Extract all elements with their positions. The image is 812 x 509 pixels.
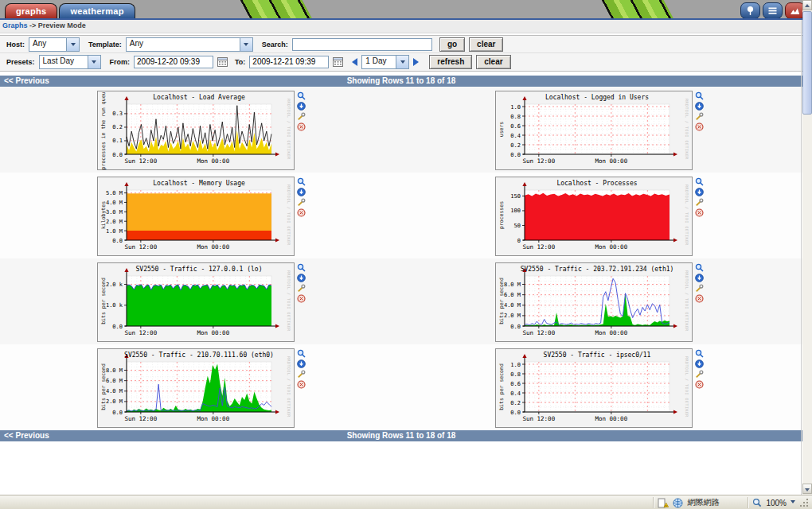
graph-properties-icon[interactable]: [297, 380, 306, 389]
banner-art: [598, 0, 677, 18]
graph-actions: [695, 349, 704, 389]
graph-panel[interactable]: 0.01.0 M2.0 M3.0 M4.0 M5.0 MSun 12:00Mon…: [97, 177, 295, 256]
graph-properties-icon[interactable]: [297, 294, 306, 303]
clear-button[interactable]: clear: [476, 55, 510, 69]
graph-properties-icon[interactable]: [297, 122, 306, 131]
tree-view-button[interactable]: [740, 2, 760, 18]
graph-row: 0.01.0 k2.0 kSun 12:00Mon 00:00SV2550 - …: [0, 258, 802, 344]
zoom-graph-icon[interactable]: [297, 91, 306, 100]
svg-text:Localhost - Load Average: Localhost - Load Average: [153, 94, 245, 101]
vertical-scrollbar[interactable]: [802, 0, 812, 495]
graph-source-icon[interactable]: [297, 370, 306, 379]
from-label: From:: [110, 58, 131, 66]
zoom-level[interactable]: 100%: [766, 499, 787, 507]
graph-properties-icon[interactable]: [297, 208, 306, 217]
zoom-graph-icon[interactable]: [695, 91, 704, 100]
security-zone-label: 網際網路: [687, 497, 719, 508]
scrollbar-thumb[interactable]: [802, 11, 812, 115]
breadcrumb-graphs-link[interactable]: Graphs: [2, 21, 28, 29]
shift-right-icon[interactable]: [413, 58, 419, 66]
globe-icon: [673, 498, 683, 508]
svg-text:50: 50: [514, 223, 521, 229]
graph-panel[interactable]: 0.02.0 M4.0 M6.0 M8.0 MSun 12:00Mon 00:0…: [97, 348, 295, 428]
list-view-button[interactable]: [763, 2, 783, 18]
zoom-graph-icon[interactable]: [695, 263, 704, 272]
svg-text:bits per second: bits per second: [100, 363, 107, 410]
svg-text:6.0 M: 6.0 M: [106, 378, 123, 384]
scroll-down-button[interactable]: [802, 484, 812, 494]
previous-link[interactable]: << Previous: [4, 76, 49, 87]
graph-panel[interactable]: 050100150Sun 12:00Mon 00:00Localhost - P…: [495, 177, 693, 256]
graph-row: 0.02.0 M4.0 M6.0 M8.0 MSun 12:00Mon 00:0…: [0, 344, 802, 430]
preview-view-button[interactable]: [785, 2, 802, 18]
host-select[interactable]: Any: [29, 37, 80, 52]
zoom-graph-icon[interactable]: [297, 349, 306, 358]
graph-source-icon[interactable]: [297, 112, 306, 121]
previous-link[interactable]: << Previous: [4, 430, 49, 441]
svg-text:Mon 00:00: Mon 00:00: [197, 329, 230, 336]
graph-panel[interactable]: 0.00.20.40.60.81.0Sun 12:00Mon 00:00Loca…: [495, 91, 693, 170]
graph-source-icon[interactable]: [695, 370, 704, 379]
svg-text:Sun 12:00: Sun 12:00: [523, 415, 556, 422]
scroll-up-button[interactable]: [802, 0, 812, 10]
graph-source-icon[interactable]: [695, 112, 704, 121]
csv-export-icon[interactable]: [695, 274, 704, 282]
graph-properties-icon[interactable]: [695, 294, 704, 303]
to-input[interactable]: [249, 56, 329, 68]
csv-export-icon[interactable]: [695, 188, 704, 196]
search-input[interactable]: [292, 38, 432, 51]
zoom-graph-icon[interactable]: [297, 263, 306, 272]
graph-properties-icon[interactable]: [695, 208, 704, 217]
graph-cell: 0.00.20.40.60.81.0Sun 12:00Mon 00:00Loca…: [400, 87, 801, 173]
zoom-graph-icon[interactable]: [695, 349, 704, 358]
tab-weathermap[interactable]: weathermap: [59, 3, 135, 18]
csv-export-icon[interactable]: [297, 274, 306, 282]
graph-properties-icon[interactable]: [695, 122, 704, 131]
svg-text:bits per second: bits per second: [498, 363, 505, 410]
clear-button[interactable]: clear: [469, 37, 503, 52]
svg-text:2.0 k: 2.0 k: [106, 282, 123, 288]
svg-text:users: users: [498, 122, 505, 138]
svg-text:0.3: 0.3: [112, 111, 123, 117]
to-calendar-button[interactable]: [333, 56, 343, 67]
graph-source-icon[interactable]: [695, 198, 704, 207]
graph-source-icon[interactable]: [297, 284, 306, 293]
from-calendar-button[interactable]: [217, 56, 228, 67]
go-button[interactable]: go: [439, 37, 465, 52]
refresh-button[interactable]: refresh: [429, 55, 472, 69]
tab-graphs[interactable]: graphs: [5, 3, 57, 18]
calendar-icon: [333, 56, 343, 67]
header-banner: graphs weathermap: [0, 0, 802, 18]
shift-left-icon[interactable]: [352, 58, 357, 66]
svg-text:RRDTOOL / TOBI OETIKER: RRDTOOL / TOBI OETIKER: [685, 270, 689, 332]
csv-export-icon[interactable]: [695, 102, 704, 111]
svg-text:RRDTOOL / TOBI OETIKER: RRDTOOL / TOBI OETIKER: [685, 356, 689, 418]
svg-text:Sun 12:00: Sun 12:00: [523, 329, 556, 336]
csv-export-icon[interactable]: [297, 188, 306, 196]
csv-export-icon[interactable]: [297, 359, 306, 368]
graph-panel[interactable]: 0.01.0 k2.0 kSun 12:00Mon 00:00SV2550 - …: [97, 262, 295, 342]
svg-text:8.0 M: 8.0 M: [106, 367, 123, 374]
arrow-up-icon: [805, 4, 810, 7]
csv-export-icon[interactable]: [297, 102, 306, 111]
graph-panel[interactable]: 0.02.0 M4.0 M6.0 M8.0 MSun 12:00Mon 00:0…: [495, 262, 693, 342]
template-select[interactable]: Any: [126, 37, 253, 52]
graph-source-icon[interactable]: [695, 284, 704, 293]
range-select[interactable]: 1 Day: [361, 55, 409, 69]
presets-select[interactable]: Last Day: [39, 55, 101, 69]
zoom-graph-icon[interactable]: [297, 177, 306, 186]
csv-export-icon[interactable]: [695, 359, 704, 368]
resize-grip[interactable]: [799, 498, 809, 507]
graph-source-icon[interactable]: [297, 198, 306, 207]
graph-panel[interactable]: 0.00.10.20.3Sun 12:00Mon 00:00Localhost …: [97, 91, 295, 170]
svg-text:Localhost - Processes: Localhost - Processes: [556, 180, 637, 187]
graph-panel[interactable]: 0.00.20.40.60.81.0Sun 12:00Mon 00:00SV25…: [495, 348, 693, 428]
zoom-caret-icon[interactable]: [791, 500, 795, 506]
from-input[interactable]: [134, 56, 213, 68]
svg-text:0.4: 0.4: [510, 390, 521, 397]
svg-text:bits per second: bits per second: [498, 278, 505, 324]
graph-properties-icon[interactable]: [695, 380, 704, 389]
zoom-graph-icon[interactable]: [695, 177, 704, 186]
arrow-down-icon: [805, 488, 810, 492]
graph-cell: 0.02.0 M4.0 M6.0 M8.0 MSun 12:00Mon 00:0…: [0, 344, 400, 430]
